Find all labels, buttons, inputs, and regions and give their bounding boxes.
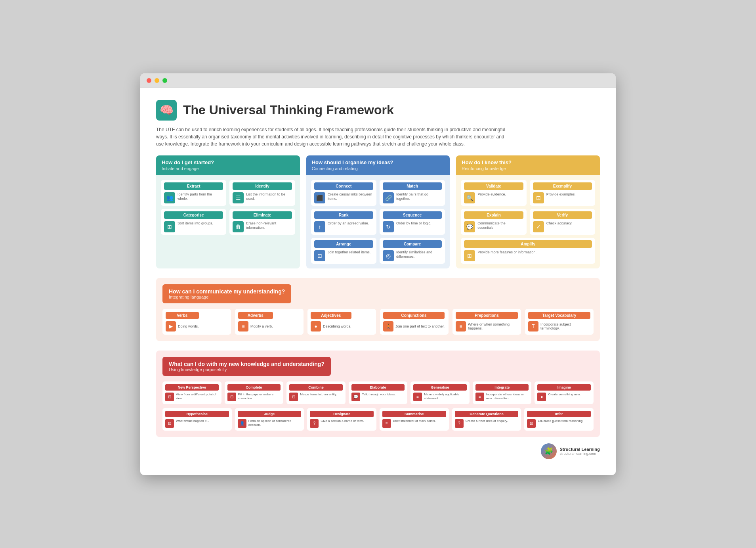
logo-area: 🧩 Structural Learning structural-learnin… <box>156 443 600 459</box>
elaborate-card: Elaborate 💬 Talk through your ideas. <box>349 381 408 404</box>
knowledge-grid-row2: Hypothesise ⊡ What would happen if... Ju… <box>162 408 594 431</box>
extract-desc: Identify parts from the whole. <box>178 192 223 201</box>
verify-label: Verify <box>533 211 592 219</box>
col-organise: How should I organise my ideas? Connecti… <box>306 155 450 268</box>
elaborate-desc: Talk through your ideas. <box>362 393 396 397</box>
rank-desc: Order by an agreed value. <box>328 221 369 226</box>
logo-name: Structural Learning <box>560 447 600 452</box>
summarise-desc: Brief statement of main points. <box>393 419 436 423</box>
categorise-label: Categorise <box>164 211 223 219</box>
verbs-icon: ▶ <box>166 321 176 331</box>
new-perspective-icon: ⊡ <box>165 393 174 401</box>
judge-desc: Form an opinion or considered decision. <box>248 419 302 427</box>
infer-label: Infer <box>527 411 591 417</box>
connect-desc: Create causal links between items. <box>328 192 373 201</box>
eliminate-desc: Erase non-relevant information. <box>246 221 292 230</box>
new-perspective-card: New Perspective ⊡ View from a different … <box>162 381 221 404</box>
rank-icon: ↑ <box>314 221 325 232</box>
exemplify-card: Exemplify ⊡ Provide examples. <box>530 180 595 206</box>
knowledge-header: What can I do with my new knowledge and … <box>162 357 331 376</box>
hypothesise-desc: What would happen if... <box>176 419 209 423</box>
designate-label: Designate <box>310 411 374 417</box>
categorise-desc: Sort items into groups. <box>178 221 213 226</box>
identify-desc: List the information to be used. <box>246 192 292 201</box>
summarise-card: Summarise ≡ Brief statement of main poin… <box>380 408 449 431</box>
judge-card: Judge 👤 Form an opinion or considered de… <box>235 408 304 431</box>
language-header: How can I communicate my understanding? … <box>162 284 291 303</box>
combine-card: Combine ⊡ Merge items into an entity. <box>286 381 346 404</box>
rank-label: Rank <box>314 211 373 219</box>
imagine-card: Imagine ● Create something new. <box>535 381 594 404</box>
exemplify-icon: ⊡ <box>533 192 544 203</box>
generate-questions-icon: ? <box>455 419 464 428</box>
hypothesise-card: Hypothesise ⊡ What would happen if... <box>162 408 232 431</box>
minimize-button[interactable] <box>155 78 159 83</box>
summarise-label: Summarise <box>382 411 446 417</box>
complete-icon: ⊡ <box>227 393 236 401</box>
designate-card: Designate ? Give a section a name or ter… <box>307 408 376 431</box>
explain-label: Explain <box>464 211 523 219</box>
conjunctions-desc: Join one part of text to another. <box>395 324 445 328</box>
eliminate-icon: 🗑 <box>233 221 244 232</box>
page-title: The Universal Thinking Framework <box>183 103 394 117</box>
sequence-desc: Order by time or logic. <box>396 221 431 226</box>
language-section: How can I communicate my understanding? … <box>156 278 600 341</box>
generate-questions-card: Generate Questions ? Create further line… <box>452 408 521 431</box>
generate-questions-label: Generate Questions <box>455 411 519 417</box>
generalise-desc: Make a widely applicable statement. <box>424 393 467 401</box>
connect-card: Connect ⬛ Create causal links between it… <box>311 180 376 206</box>
eliminate-card: Eliminate 🗑 Erase non-relevant informati… <box>229 209 295 235</box>
logo-icon: 🧩 <box>541 443 557 459</box>
arrange-label: Arrange <box>314 240 373 248</box>
col-green-body: Extract 👥 Identify parts from the whole.… <box>156 175 300 240</box>
sequence-label: Sequence <box>383 211 442 219</box>
extract-icon: 👥 <box>164 192 175 203</box>
imagine-icon: ● <box>537 393 546 401</box>
knowledge-grid-row1: New Perspective ⊡ View from a different … <box>162 381 594 404</box>
identify-card: Identify ☰ List the information to be us… <box>229 180 295 206</box>
combine-desc: Merge items into an entity. <box>300 393 337 397</box>
target-vocab-card: Target Vocabulary T Incorporate subject … <box>525 309 594 335</box>
prepositions-label: Prepositions <box>456 312 518 319</box>
prepositions-desc: Where or when something happens. <box>468 322 518 330</box>
prepositions-card: Prepositions ≡ Where or when something h… <box>452 309 521 335</box>
explain-card: Explain 💬 Communicate the essentials. <box>461 209 526 235</box>
browser-bar <box>140 73 616 88</box>
generalise-icon: ≡ <box>413 393 422 401</box>
verbs-desc: Doing words. <box>178 324 199 328</box>
col-know: How do I know this? Reinforcing knowledg… <box>456 155 600 268</box>
knowledge-section: What can I do with my new knowledge and … <box>156 351 600 437</box>
validate-desc: Provide evidence. <box>477 192 506 197</box>
page-header: 🧠 The Universal Thinking Framework <box>156 100 600 121</box>
validate-icon: 🔍 <box>464 192 475 203</box>
imagine-desc: Create something new. <box>548 393 580 397</box>
arrange-desc: Join together related items. <box>328 250 371 255</box>
match-icon: 🔗 <box>383 192 394 203</box>
connect-label: Connect <box>314 182 373 190</box>
new-perspective-desc: View from a different point of view. <box>176 393 219 401</box>
amplify-label: Amplify <box>464 240 592 248</box>
close-button[interactable] <box>147 78 151 83</box>
conjunctions-card: Conjunctions 🚶 Join one part of text to … <box>380 309 449 335</box>
compare-label: Compare <box>383 240 442 248</box>
browser-window: 🧠 The Universal Thinking Framework The U… <box>140 73 616 475</box>
col-blue-header: How should I organise my ideas? Connecti… <box>306 155 450 175</box>
sequence-card: Sequence ↻ Order by time or logic. <box>380 209 445 235</box>
rank-card: Rank ↑ Order by an agreed value. <box>311 209 376 235</box>
exemplify-desc: Provide examples. <box>546 192 576 197</box>
exemplify-label: Exemplify <box>533 182 592 190</box>
designate-icon: ? <box>310 419 319 428</box>
compare-card: Compare ◎ Identify similarities and diff… <box>380 238 445 264</box>
maximize-button[interactable] <box>162 78 167 83</box>
infer-icon: ⊡ <box>527 419 536 428</box>
verify-desc: Check accuracy. <box>546 221 573 226</box>
identify-icon: ☰ <box>233 192 244 203</box>
infer-card: Infer ⊡ Educated guess from reasoning. <box>524 408 594 431</box>
adverbs-label: Adverbs <box>238 312 273 319</box>
integrate-icon: ≡ <box>475 393 484 401</box>
framework-columns: How do I get started? Initiate and engag… <box>156 155 600 268</box>
adjectives-icon: ● <box>311 321 321 331</box>
elaborate-label: Elaborate <box>351 384 405 391</box>
amplify-card: Amplify ⊞ Provide more features or infor… <box>461 238 595 264</box>
identify-label: Identify <box>233 182 292 190</box>
